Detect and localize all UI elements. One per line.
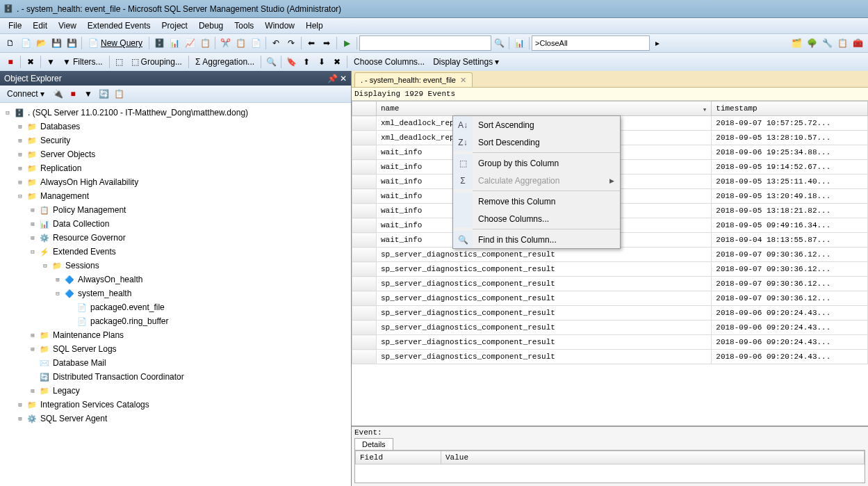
- connect-button[interactable]: Connect ▾: [3, 89, 49, 99]
- row-header[interactable]: [352, 145, 377, 160]
- stop-icon[interactable]: ■: [66, 87, 80, 101]
- save-all-icon[interactable]: 💾: [65, 36, 79, 50]
- dtc-node[interactable]: Distributed Transaction Coordinator: [51, 371, 186, 382]
- name-cell[interactable]: sp_server_diagnostics_component_result: [377, 277, 712, 291]
- event-detail-grid[interactable]: Field Value: [354, 450, 865, 483]
- sort-ascending-item[interactable]: A↓Sort Ascending: [453, 116, 620, 133]
- expand-icon[interactable]: ⊞: [15, 415, 25, 422]
- field-column-header[interactable]: Field: [356, 451, 441, 464]
- table-row[interactable]: sp_server_diagnostics_component_result20…: [352, 350, 868, 364]
- expand-icon[interactable]: ⊞: [28, 234, 38, 241]
- filter-icon[interactable]: ▼: [44, 55, 58, 69]
- row-header[interactable]: [352, 321, 377, 335]
- expand-icon[interactable]: ⊟: [15, 193, 25, 200]
- solution-config-combo[interactable]: [359, 35, 491, 51]
- dmx-query-icon[interactable]: 📈: [183, 36, 197, 50]
- disconnect-icon[interactable]: 🔌: [51, 87, 65, 101]
- expand-icon[interactable]: ⊟: [3, 109, 13, 116]
- extended-events-node[interactable]: Extended Events: [51, 246, 117, 257]
- xmla-query-icon[interactable]: 📋: [198, 36, 212, 50]
- expand-icon[interactable]: ⊞: [28, 220, 38, 227]
- group-by-column-item[interactable]: ⬚Group by this Column: [453, 154, 620, 172]
- new-query-button[interactable]: 📄New Query: [84, 38, 147, 48]
- timestamp-cell[interactable]: 2018-09-06 09:20:24.43...: [712, 306, 868, 321]
- row-header[interactable]: [352, 277, 377, 291]
- table-row[interactable]: sp_server_diagnostics_component_result20…: [352, 248, 868, 262]
- table-row[interactable]: sp_server_diagnostics_component_result20…: [352, 306, 868, 321]
- name-cell[interactable]: sp_server_diagnostics_component_result: [377, 335, 712, 350]
- timestamp-cell[interactable]: 2018-09-05 13:18:21.82...: [712, 204, 868, 218]
- row-header[interactable]: [352, 204, 377, 218]
- expand-icon[interactable]: ⊟: [53, 290, 63, 297]
- remove-column-item[interactable]: Remove this Column: [453, 193, 620, 210]
- table-row[interactable]: sp_server_diagnostics_component_result20…: [352, 291, 868, 306]
- refresh-icon[interactable]: 🔄: [97, 87, 110, 101]
- resource-governor-node[interactable]: Resource Governor: [51, 232, 127, 243]
- remove-group-icon[interactable]: ⬚: [113, 55, 126, 69]
- undo-icon[interactable]: ↶: [269, 36, 283, 50]
- value-column-header[interactable]: Value: [441, 451, 865, 464]
- name-cell[interactable]: sp_server_diagnostics_component_result: [377, 262, 712, 277]
- choose-columns-button[interactable]: Choose Columns...: [350, 57, 429, 67]
- object-explorer-icon[interactable]: 🌳: [805, 36, 819, 50]
- expand-icon[interactable]: ⊞: [28, 206, 38, 213]
- timestamp-cell[interactable]: 2018-09-07 09:30:36.12...: [712, 277, 868, 291]
- expand-icon[interactable]: ⊟: [28, 248, 38, 255]
- properties-icon[interactable]: 📋: [835, 36, 849, 50]
- server-node[interactable]: . (SQL Server 11.0.2100 - IT-Matthew_Don…: [26, 107, 249, 118]
- timestamp-cell[interactable]: 2018-09-06 19:25:34.88...: [712, 145, 868, 160]
- name-cell[interactable]: sp_server_diagnostics_component_result: [377, 248, 712, 262]
- nav-back-icon[interactable]: ⬅: [304, 36, 318, 50]
- integration-services-node[interactable]: Integration Services Catalogs: [39, 399, 151, 410]
- row-header[interactable]: [352, 116, 377, 131]
- alwayson-node[interactable]: AlwaysOn High Availability: [39, 177, 140, 188]
- close-tab-icon[interactable]: ✕: [460, 76, 466, 85]
- expand-icon[interactable]: ⊞: [28, 332, 38, 339]
- menu-window[interactable]: Window: [259, 19, 300, 32]
- management-node[interactable]: Management: [39, 191, 90, 202]
- quick-launch-combo[interactable]: >CloseAll: [532, 35, 650, 51]
- timestamp-column-header[interactable]: timestamp: [712, 102, 868, 116]
- bookmark-prev-icon[interactable]: ⬆: [300, 55, 313, 69]
- row-header[interactable]: [352, 335, 377, 350]
- ring-buffer-node[interactable]: package0.ring_buffer: [89, 316, 170, 327]
- clear-icon[interactable]: ✖: [24, 55, 38, 69]
- expand-icon[interactable]: ⊟: [40, 262, 50, 269]
- timestamp-cell[interactable]: 2018-09-06 09:20:24.43...: [712, 350, 868, 364]
- sort-descending-item[interactable]: Z↓Sort Descending: [453, 133, 620, 151]
- table-row[interactable]: sp_server_diagnostics_component_result20…: [352, 277, 868, 291]
- replication-node[interactable]: Replication: [39, 163, 83, 174]
- template-browser-icon[interactable]: 🔧: [820, 36, 834, 50]
- timestamp-cell[interactable]: 2018-09-05 19:14:52.67...: [712, 160, 868, 175]
- new-project-icon[interactable]: 🗋: [3, 36, 17, 50]
- row-header[interactable]: [352, 350, 377, 364]
- document-tab[interactable]: . - system_health: event_file✕: [354, 72, 473, 87]
- db-engine-query-icon[interactable]: 🗄️: [152, 36, 166, 50]
- alwayson-health-node[interactable]: AlwaysOn_health: [76, 274, 144, 285]
- menu-edit[interactable]: Edit: [27, 19, 53, 32]
- registered-servers-icon[interactable]: 🗂️: [789, 36, 803, 50]
- row-header[interactable]: [352, 218, 377, 233]
- row-header[interactable]: [352, 189, 377, 204]
- sessions-node[interactable]: Sessions: [64, 260, 101, 271]
- sql-server-logs-node[interactable]: SQL Server Logs: [51, 343, 118, 355]
- legacy-node[interactable]: Legacy: [51, 385, 81, 396]
- expand-icon[interactable]: ⊞: [15, 401, 25, 408]
- toolbox-icon[interactable]: 🧰: [851, 36, 865, 50]
- find-icon[interactable]: 🔍: [492, 36, 506, 50]
- find-icon-2[interactable]: 🔍: [264, 55, 278, 69]
- filters-button[interactable]: ▼Filters...: [58, 57, 107, 67]
- go-icon[interactable]: ▸: [650, 36, 664, 50]
- bookmark-next-icon[interactable]: ⬇: [315, 55, 329, 69]
- timestamp-cell[interactable]: 2018-09-05 09:49:16.34...: [712, 218, 868, 233]
- expand-icon[interactable]: ⊞: [15, 123, 25, 130]
- redo-icon[interactable]: ↷: [284, 36, 298, 50]
- event-file-node[interactable]: package0.event_file: [89, 302, 166, 313]
- sql-agent-node[interactable]: SQL Server Agent: [39, 413, 108, 424]
- activity-monitor-icon[interactable]: 📊: [512, 36, 526, 50]
- name-cell[interactable]: sp_server_diagnostics_component_result: [377, 321, 712, 335]
- menu-debug[interactable]: Debug: [193, 19, 229, 32]
- row-header[interactable]: [352, 262, 377, 277]
- timestamp-cell[interactable]: 2018-09-04 18:13:55.87...: [712, 233, 868, 248]
- start-debug-icon[interactable]: ▶: [340, 36, 354, 50]
